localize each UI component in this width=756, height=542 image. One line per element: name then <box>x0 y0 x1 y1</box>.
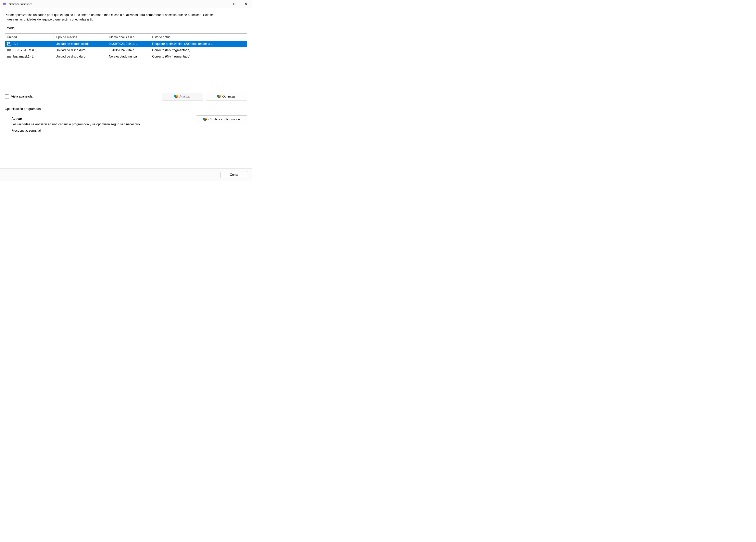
change-settings-label: Cambiar configuración <box>208 118 240 121</box>
table-row[interactable]: Juanmatek1 (E:) Unidad de disco duro No … <box>5 53 247 60</box>
advanced-view-label: Vista avanzada <box>11 95 32 98</box>
drive-last-run: 04/09/2023 9:44 a. ... <box>107 42 150 46</box>
maximize-button[interactable] <box>228 0 240 8</box>
analyze-button[interactable]: Analizar <box>162 93 203 100</box>
svg-point-14 <box>10 50 11 51</box>
drive-media: Unidad de disco duro <box>54 55 107 58</box>
close-button-label: Cerrar <box>230 173 239 176</box>
drive-state: Correcto (0% fragmentado) <box>150 48 247 52</box>
schedule-section-header: Optimización programada <box>5 107 247 111</box>
table-row[interactable]: (C:) Unidad de estado sólido 04/09/2023 … <box>5 41 247 47</box>
svg-rect-9 <box>8 42 10 44</box>
svg-rect-1 <box>3 4 6 5</box>
drive-name: EFI-SYSTEM (D:) <box>12 48 37 52</box>
drive-icon <box>7 42 11 45</box>
schedule-label: Optimización programada <box>5 107 41 111</box>
svg-point-3 <box>4 3 4 3</box>
divider <box>18 28 247 28</box>
shield-icon <box>203 118 207 121</box>
titlebar: Optimizar unidades <box>0 0 252 8</box>
status-section-header: Estado <box>5 26 247 30</box>
shield-icon <box>174 95 178 98</box>
svg-point-17 <box>10 57 11 57</box>
col-header-unit[interactable]: Unidad <box>5 34 54 41</box>
svg-rect-11 <box>7 45 11 45</box>
drive-state: Requiere optimización (200 días desde la… <box>150 42 247 46</box>
schedule-frequency: Frecuencia: semanal <box>11 129 247 132</box>
drive-last-run: No ejecutado nunca <box>107 55 150 58</box>
drive-icon <box>7 49 11 52</box>
drive-name: Juanmatek1 (E:) <box>12 55 35 58</box>
col-header-last[interactable]: Último análisis u o... <box>107 34 150 41</box>
svg-rect-5 <box>233 3 235 5</box>
window-title: Optimizar unidades <box>9 3 32 6</box>
close-window-button[interactable] <box>240 0 252 8</box>
table-row[interactable]: EFI-SYSTEM (D:) Unidad de disco duro 18/… <box>5 47 247 53</box>
footer: Cerrar <box>0 168 252 181</box>
advanced-view-checkbox[interactable]: Vista avanzada <box>5 94 32 99</box>
change-settings-button[interactable]: Cambiar configuración <box>196 115 247 123</box>
drive-state: Correcto (0% fragmentado) <box>150 55 247 58</box>
checkbox-icon <box>5 94 9 99</box>
analyze-button-label: Analizar <box>179 95 191 98</box>
col-header-state[interactable]: Estado actual <box>150 34 247 41</box>
optimize-button[interactable]: Optimizar <box>206 93 247 100</box>
svg-rect-8 <box>7 42 8 44</box>
drive-icon <box>7 55 11 58</box>
status-label: Estado <box>5 26 15 30</box>
drive-media: Unidad de estado sólido <box>54 42 107 46</box>
col-header-media[interactable]: Tipo de medios <box>54 34 107 41</box>
optimize-button-label: Optimizar <box>222 95 236 98</box>
drive-last-run: 18/03/2024 9:34 a. ... <box>107 48 150 52</box>
table-header: Unidad Tipo de medios Último análisis u … <box>5 34 247 41</box>
minimize-button[interactable] <box>217 0 228 8</box>
drive-name: (C:) <box>12 42 18 46</box>
drive-media: Unidad de disco duro <box>54 48 107 52</box>
svg-point-2 <box>5 3 6 3</box>
drives-table[interactable]: Unidad Tipo de medios Último análisis u … <box>5 33 247 89</box>
app-icon <box>3 2 7 6</box>
close-button[interactable]: Cerrar <box>221 171 248 178</box>
shield-icon <box>217 95 221 98</box>
description-text: Puede optimizar las unidades para que el… <box>5 13 221 22</box>
